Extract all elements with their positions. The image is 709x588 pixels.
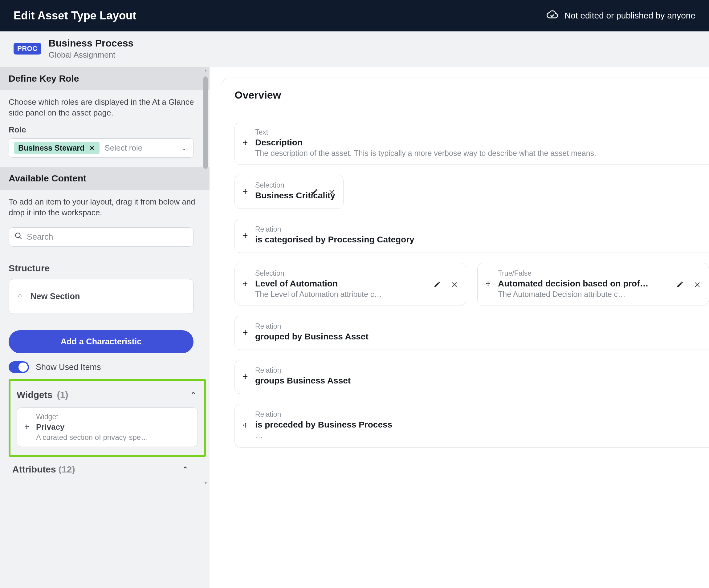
- attributes-count: (12): [58, 464, 75, 474]
- page-title: Edit Asset Type Layout: [14, 9, 136, 22]
- role-label: Role: [9, 125, 201, 135]
- asset-header: PROC Business Process Global Assignment: [0, 31, 709, 67]
- layout-row: TextDescriptionThe description of the as…: [235, 122, 709, 165]
- role-chip-label: Business Steward: [18, 143, 84, 153]
- widget-kicker: Widget: [36, 413, 148, 421]
- remove-chip-icon[interactable]: ✕: [87, 144, 97, 153]
- scrollbar-thumb[interactable]: [203, 76, 208, 169]
- layout-canvas: Overview TextDescriptionThe description …: [210, 67, 709, 588]
- move-icon[interactable]: [242, 422, 249, 429]
- layout-field[interactable]: Relationis categorised by Processing Cat…: [235, 219, 709, 253]
- widgets-group-highlight: Widgets (1) ⌃ Widget Privacy A curated s…: [9, 379, 206, 457]
- field-name: grouped by Business Asset: [255, 332, 701, 342]
- layout-row: Relationis preceded by Business Process…: [235, 404, 709, 448]
- move-icon[interactable]: [242, 232, 249, 240]
- sidebar-scrollbar[interactable]: ▴ ▾: [203, 67, 208, 486]
- available-content-description: To add an item to your layout, drag it f…: [9, 196, 201, 218]
- structure-heading: Structure: [9, 263, 201, 273]
- field-kicker: Selection: [255, 269, 458, 277]
- asset-subtitle: Global Assignment: [49, 50, 134, 60]
- move-icon[interactable]: [242, 329, 249, 337]
- search-placeholder: Search: [27, 232, 53, 242]
- publish-status: Not edited or published by anyone: [546, 9, 695, 23]
- field-name: Automated decision based on prof…: [498, 279, 701, 289]
- edit-icon[interactable]: [676, 280, 685, 289]
- asset-type-badge: PROC: [14, 43, 41, 55]
- widget-name: Privacy: [36, 422, 148, 432]
- close-icon[interactable]: [450, 280, 459, 289]
- search-icon: [15, 232, 23, 242]
- field-desc: The description of the asset. This is ty…: [255, 149, 701, 158]
- field-desc: The Level of Automation attribute c…: [255, 290, 458, 299]
- layout-field[interactable]: Relationgroups Business Asset: [235, 360, 709, 394]
- publish-status-text: Not edited or published by anyone: [564, 11, 695, 21]
- edit-icon[interactable]: [432, 280, 442, 289]
- section-heading-available-content: Available Content: [0, 167, 210, 190]
- show-used-items-toggle[interactable]: [9, 361, 29, 373]
- layout-field[interactable]: SelectionLevel of AutomationThe Level of…: [235, 263, 466, 306]
- cloud-icon: [546, 9, 558, 23]
- add-characteristic-button[interactable]: Add a Characteristic: [9, 330, 193, 353]
- move-icon[interactable]: [242, 188, 249, 195]
- asset-title: Business Process: [49, 37, 134, 49]
- scroll-down-icon[interactable]: ▾: [203, 480, 208, 486]
- new-section-label: New Section: [30, 292, 80, 301]
- attributes-heading: Attributes: [12, 464, 56, 474]
- chevron-up-icon[interactable]: ⌃: [181, 463, 190, 475]
- section-heading-define-key-role: Define Key Role: [0, 67, 210, 90]
- widget-card-privacy[interactable]: Widget Privacy A curated section of priv…: [17, 407, 198, 447]
- chevron-up-icon[interactable]: ⌃: [189, 389, 198, 401]
- layout-row: Relationgrouped by Business Asset: [235, 316, 709, 350]
- close-icon[interactable]: [693, 280, 702, 289]
- role-select-placeholder: Select role: [104, 143, 175, 153]
- field-kicker: Relation: [255, 410, 701, 419]
- layout-field[interactable]: Relationgrouped by Business Asset: [235, 316, 709, 350]
- move-icon[interactable]: [242, 280, 249, 288]
- search-input[interactable]: Search: [9, 227, 193, 247]
- field-name: is categorised by Processing Category: [255, 235, 701, 245]
- tab-overview-heading: Overview: [235, 89, 709, 101]
- ellipsis-icon: …: [255, 431, 701, 440]
- layout-row: Relationgroups Business Asset: [235, 360, 709, 394]
- divider: [9, 255, 193, 255]
- divider: [222, 109, 709, 109]
- show-used-items-label: Show Used Items: [36, 363, 101, 372]
- field-kicker: Relation: [255, 366, 701, 375]
- layout-row: SelectionBusiness Criticality: [235, 175, 709, 209]
- field-kicker: True/False: [498, 269, 701, 277]
- layout-field[interactable]: TextDescriptionThe description of the as…: [235, 122, 709, 165]
- field-name: Description: [255, 138, 701, 148]
- field-name: is preceded by Business Process: [255, 420, 701, 430]
- move-icon[interactable]: [484, 280, 492, 288]
- widget-desc: A curated section of privacy-spe…: [36, 433, 148, 442]
- move-icon[interactable]: [23, 424, 30, 431]
- field-desc: The Automated Decision attribute c…: [498, 290, 701, 299]
- field-kicker: Relation: [255, 322, 701, 330]
- sidebar: Define Key Role Choose which roles are d…: [0, 67, 210, 588]
- widgets-heading: Widgets: [17, 390, 52, 400]
- layout-field[interactable]: True/FalseAutomated decision based on pr…: [477, 263, 709, 306]
- chevron-down-icon[interactable]: ⌄: [179, 143, 188, 153]
- field-kicker: Relation: [255, 225, 701, 234]
- new-section-card[interactable]: New Section: [9, 279, 193, 314]
- widgets-group-header[interactable]: Widgets (1) ⌃: [17, 389, 198, 401]
- role-chip: Business Steward ✕: [14, 142, 100, 154]
- move-icon[interactable]: [16, 293, 24, 300]
- layout-row: SelectionLevel of AutomationThe Level of…: [235, 263, 709, 306]
- layout-row: Relationis categorised by Processing Cat…: [235, 219, 709, 253]
- move-icon[interactable]: [242, 373, 249, 381]
- field-kicker: Text: [255, 128, 701, 136]
- attributes-group-header[interactable]: Attributes (12) ⌃: [9, 457, 193, 477]
- move-icon[interactable]: [242, 139, 249, 147]
- field-name: Level of Automation: [255, 279, 458, 289]
- edit-icon[interactable]: [310, 187, 319, 196]
- field-name: groups Business Asset: [255, 376, 701, 385]
- layout-field[interactable]: Relationis preceded by Business Process…: [235, 404, 709, 448]
- widgets-count: (1): [57, 390, 69, 400]
- close-icon[interactable]: [327, 187, 337, 196]
- topbar: Edit Asset Type Layout Not edited or pub…: [0, 0, 709, 31]
- role-select[interactable]: Business Steward ✕ Select role ⌄: [9, 138, 193, 158]
- layout-field[interactable]: SelectionBusiness Criticality: [235, 175, 344, 209]
- define-key-role-description: Choose which roles are displayed in the …: [9, 97, 201, 118]
